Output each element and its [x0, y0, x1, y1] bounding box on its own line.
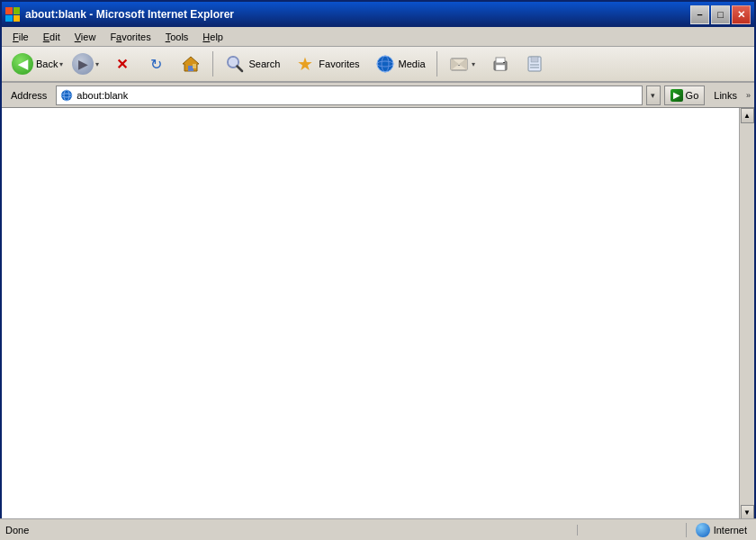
refresh-icon: ↻ [146, 54, 166, 74]
menu-help[interactable]: Help [195, 30, 230, 44]
minimize-button[interactable]: – [690, 5, 709, 24]
search-icon [224, 53, 246, 75]
edit-icon [526, 53, 547, 75]
svg-rect-18 [531, 57, 538, 62]
window-controls: – □ ✕ [690, 5, 751, 24]
menu-file[interactable]: File [5, 30, 36, 44]
media-icon [374, 53, 396, 75]
title-bar: about:blank - Microsoft Internet Explore… [2, 2, 754, 27]
content-area: ▲ ▼ [2, 108, 754, 520]
forward-dropdown-icon: ▾ [95, 60, 99, 68]
menu-favorites[interactable]: Favorites [103, 30, 158, 44]
search-button[interactable]: Search [218, 50, 286, 78]
svg-line-5 [238, 67, 243, 72]
svg-rect-16 [503, 62, 505, 63]
forward-button[interactable]: ▶ ▾ [68, 50, 104, 78]
media-button[interactable]: Media [368, 50, 432, 78]
svg-rect-14 [496, 65, 505, 70]
back-button[interactable]: ◀ Back ▾ [5, 50, 66, 78]
home-button[interactable] [174, 50, 208, 78]
scroll-track [741, 123, 754, 505]
forward-arrow-icon: ▶ [72, 53, 94, 75]
print-button[interactable] [483, 50, 518, 78]
status-text: Done [0, 525, 578, 536]
back-label: Back [36, 58, 58, 69]
toolbar: ◀ Back ▾ ▶ ▾ ✕ ↻ [2, 47, 754, 83]
menu-bar: File Edit View Favorites Tools Help [2, 27, 754, 47]
internet-zone-icon [696, 523, 710, 537]
menu-edit[interactable]: Edit [36, 30, 68, 44]
mail-button[interactable]: ▾ [442, 50, 482, 78]
svg-point-4 [229, 58, 238, 67]
ie-logo-icon [5, 7, 20, 22]
favorites-label: Favorites [319, 58, 359, 69]
print-icon [490, 53, 511, 75]
links-chevron-icon: » [746, 91, 751, 100]
back-arrow-icon: ◀ [12, 53, 33, 75]
close-button[interactable]: ✕ [732, 5, 751, 24]
media-label: Media [399, 58, 426, 69]
mail-icon [448, 53, 470, 75]
go-button[interactable]: ▶ Go [664, 86, 706, 105]
search-label: Search [248, 58, 280, 69]
mail-dropdown-icon: ▾ [472, 60, 475, 68]
page-favicon-icon [59, 88, 74, 103]
windows-flag-icon [5, 7, 20, 22]
stop-button[interactable]: ✕ [105, 50, 138, 78]
edit-button[interactable] [519, 50, 554, 78]
back-dropdown-icon: ▾ [59, 60, 63, 68]
scroll-up-button[interactable]: ▲ [741, 108, 754, 123]
stop-icon: ✕ [112, 54, 131, 74]
maximize-button[interactable]: □ [711, 5, 730, 24]
toolbar-separator-1 [212, 51, 213, 76]
favorites-star-icon: ★ [294, 53, 316, 75]
address-bar: Address ▾ ▶ Go Links » [2, 83, 754, 108]
go-label: Go [686, 90, 699, 101]
vertical-scrollbar[interactable]: ▲ ▼ [739, 108, 754, 520]
address-dropdown-button[interactable]: ▾ [646, 86, 661, 105]
svg-rect-2 [193, 64, 196, 68]
toolbar-separator-2 [436, 51, 437, 76]
address-input[interactable] [76, 90, 638, 101]
links-button[interactable]: Links [708, 90, 742, 101]
refresh-button[interactable]: ↻ [140, 50, 172, 78]
svg-point-21 [61, 90, 72, 101]
window-title: about:blank - Microsoft Internet Explore… [25, 8, 690, 21]
address-input-wrap [56, 86, 642, 105]
menu-tools[interactable]: Tools [158, 30, 196, 44]
menu-view[interactable]: View [68, 30, 104, 44]
favorites-button[interactable]: ★ Favorites [288, 50, 365, 78]
go-arrow-icon: ▶ [670, 89, 683, 102]
home-icon [180, 53, 202, 75]
internet-zone-label: Internet [714, 525, 747, 536]
internet-zone-panel: Internet [686, 523, 756, 537]
status-bar: Done Internet [0, 518, 756, 540]
address-label: Address [5, 90, 52, 101]
